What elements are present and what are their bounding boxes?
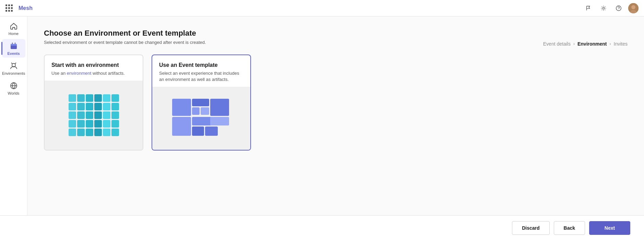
topbar: Mesh	[0, 0, 644, 16]
user-avatar[interactable]	[628, 3, 639, 13]
event-template-card-title: Use an Event template	[159, 62, 243, 68]
app-launcher-icon[interactable]	[5, 4, 13, 12]
content-area: Event details › Environment › Invites Ch…	[27, 16, 644, 215]
sidebar-worlds-label: Worlds	[8, 91, 19, 95]
svg-rect-6	[11, 44, 17, 46]
event-template-card-desc: Select an event experience that includes…	[159, 70, 243, 83]
sidebar: Home Events Environments	[0, 16, 27, 215]
environment-grid-art: // Will be injected below	[69, 94, 119, 136]
main-layout: Home Events Environments	[0, 16, 644, 215]
sidebar-environments-label: Environments	[2, 71, 25, 75]
event-template-mosaic-art	[172, 99, 230, 138]
app-title: Mesh	[19, 5, 33, 11]
event-template-card-header: Use an Event template Select an event ex…	[152, 55, 250, 87]
svg-rect-8	[15, 43, 15, 44]
help-icon[interactable]	[613, 3, 624, 14]
breadcrumb-step-2: Environment	[577, 41, 607, 47]
svg-point-0	[603, 7, 604, 9]
flag-icon[interactable]	[583, 3, 594, 14]
sidebar-item-environments[interactable]: Environments	[2, 59, 25, 77]
environment-link[interactable]: environment	[67, 71, 92, 76]
environment-card-desc: Use an environment without artifacts.	[51, 70, 136, 76]
breadcrumb: Event details › Environment › Invites	[543, 41, 628, 47]
breadcrumb-chevron-1: ›	[573, 41, 575, 46]
environment-card-header: Start with an environment Use an environ…	[45, 55, 143, 81]
svg-point-1	[616, 5, 621, 10]
environment-card-title: Start with an environment	[51, 62, 136, 68]
page-header: Choose an Environment or Event template …	[44, 29, 628, 45]
next-button[interactable]: Next	[589, 221, 630, 235]
event-template-card[interactable]: Use an Event template Select an event ex…	[152, 55, 251, 151]
environment-card[interactable]: Start with an environment Use an environ…	[44, 55, 143, 151]
settings-icon[interactable]	[598, 3, 609, 14]
page-title: Choose an Environment or Event template	[44, 29, 628, 38]
svg-point-3	[631, 5, 635, 9]
sidebar-home-label: Home	[9, 32, 19, 36]
cards-row: Start with an environment Use an environ…	[44, 55, 628, 207]
sidebar-item-home[interactable]: Home	[2, 19, 25, 38]
sidebar-item-events[interactable]: Events	[2, 39, 25, 58]
sidebar-events-label: Events	[7, 51, 20, 56]
svg-rect-7	[12, 43, 13, 44]
bottom-bar: Discard Back Next	[0, 215, 644, 240]
environment-card-preview: // Will be injected below	[45, 81, 143, 150]
breadcrumb-step-3: Invites	[614, 41, 628, 47]
breadcrumb-chevron-2: ›	[610, 41, 611, 46]
sidebar-item-worlds[interactable]: Worlds	[2, 79, 25, 97]
discard-button[interactable]: Discard	[512, 221, 549, 235]
event-template-card-preview	[152, 87, 250, 150]
breadcrumb-step-1: Event details	[543, 41, 571, 47]
back-button[interactable]: Back	[554, 221, 585, 235]
page-subtitle: Selected environment or event template c…	[44, 40, 628, 45]
